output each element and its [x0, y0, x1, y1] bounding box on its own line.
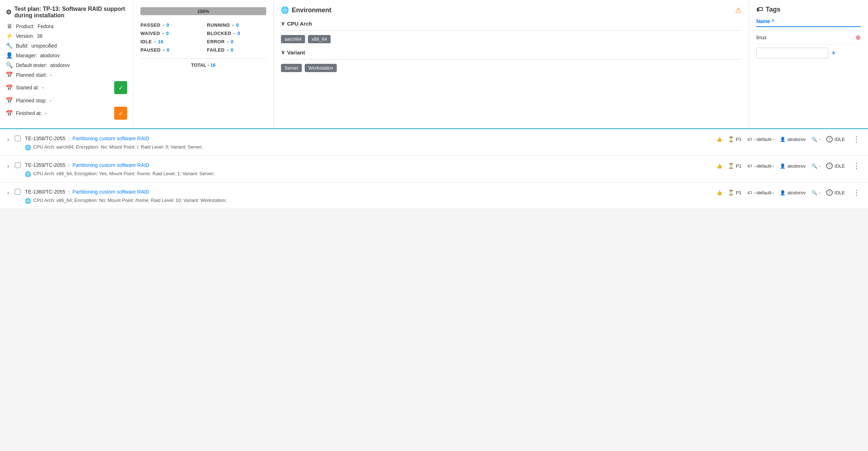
user-icon-2: 👤 [780, 163, 786, 169]
finished-at-value: - [45, 110, 46, 116]
warning-icon: ⚠ [735, 6, 742, 14]
started-at-value: - [42, 85, 44, 90]
list-item: › TE-1358/TC-2055 : Partitioning custom … [0, 129, 868, 156]
expand-button-1[interactable]: › [6, 135, 10, 144]
item-desc-1: 🌐 CPU Arch: aarch64; Encryption: No; Mou… [25, 144, 862, 150]
hourglass-icon-3: ⏳ [728, 190, 734, 195]
priority-1: ⏳ P1 [728, 136, 742, 142]
planned-start-value: - [50, 72, 52, 78]
total-stat: TOTAL - 16 [140, 58, 266, 68]
item-meta-3: 👍 ⏳ P1 🏷 --default-- 👤 atodorov 🔍 [716, 187, 862, 198]
error-stat: ERROR - 0 [207, 39, 267, 44]
started-at-label: Started at: [16, 85, 39, 90]
tester-label: Default tester: [16, 62, 47, 68]
hourglass-icon-1: ⏳ [728, 136, 734, 142]
priority-3: ⏳ P1 [728, 190, 742, 195]
status-icon-3: ? [826, 189, 833, 196]
cpu-arch-section[interactable]: ∨ CPU Arch [281, 20, 742, 27]
checkbox-1[interactable] [15, 136, 21, 141]
gear-icon: ⚙ [6, 8, 12, 16]
tag-add-button[interactable]: + [831, 48, 836, 58]
item-link-1[interactable]: Partitioning custom software RAID [72, 136, 149, 141]
thumbs-icon-2: 👍 [716, 163, 722, 169]
idle-stat: IDLE - 16 [140, 39, 200, 44]
tag-meta-icon-1: 🏷 [747, 137, 752, 142]
desc-icon-2: 🌐 [25, 171, 31, 177]
finished-at-check-button[interactable]: ✓ [114, 107, 127, 120]
status-3: ? IDLE [826, 189, 845, 196]
planned-stop-icon: 📅 [6, 97, 13, 104]
tag-meta-2: 🏷 --default-- [747, 163, 774, 169]
desc-icon-1: 🌐 [25, 145, 31, 150]
product-label: Product: [16, 23, 35, 29]
tag-add-input[interactable] [756, 48, 828, 58]
search-icon-3: 🔍 [811, 190, 817, 195]
status-2: ? IDLE [826, 163, 845, 169]
started-at-icon: 📅 [6, 84, 13, 91]
more-button-2[interactable]: ⋮ [851, 161, 862, 171]
search-3: 🔍 - [811, 190, 820, 195]
progress-bar-fill: 100% [140, 7, 266, 15]
item-link-2[interactable]: Partitioning custom software RAID [72, 162, 149, 168]
variant-section[interactable]: ∨ Variant [281, 49, 742, 56]
started-at-check-button[interactable]: ✓ [114, 81, 127, 94]
checkbox-2[interactable] [15, 162, 21, 168]
version-icon: ⚡ [6, 32, 13, 39]
waived-stat: WAIVED - 0 [140, 31, 200, 36]
build-icon: 🔧 [6, 42, 13, 49]
item-id-3: TE-1360/TC-2055 [25, 189, 65, 195]
checkbox-3[interactable] [15, 189, 21, 195]
item-desc-2: 🌐 CPU Arch: x86_64; Encryption: Yes; Mou… [25, 171, 862, 177]
tag-meta-1: 🏷 --default-- [747, 137, 774, 142]
tags-icon: 🏷 [756, 6, 763, 13]
search-2: 🔍 - [811, 163, 820, 169]
more-button-1[interactable]: ⋮ [851, 134, 862, 144]
planned-stop-label: Planned stop: [16, 98, 47, 103]
environment-title: 🌐 Environment [281, 6, 331, 14]
failed-stat: FAILED - 0 [207, 47, 267, 53]
assignee-1: 👤 atodorov [780, 137, 806, 142]
finished-at-label: Finished at: [16, 110, 42, 116]
more-button-3[interactable]: ⋮ [851, 187, 862, 198]
environment-icon: 🌐 [281, 6, 289, 14]
assignee-3: 👤 atodorov [780, 190, 806, 195]
tag-meta-icon-2: 🏷 [747, 163, 752, 169]
tags-title: 🏷 Tags [756, 6, 861, 13]
item-id-2: TE-1359/TC-2055 [25, 162, 65, 168]
product-value: Fedora [37, 23, 53, 29]
finished-at-icon: 📅 [6, 110, 13, 117]
cpu-arch-chip-x86_64: x86_64 [308, 35, 331, 43]
cpu-arch-chip-aarch64: aarch64 [281, 35, 305, 43]
tag-item-linux: linux ⊗ [756, 31, 861, 45]
list-item: › TE-1359/TC-2055 : Partitioning custom … [0, 156, 868, 182]
planned-start-icon: 📅 [6, 71, 13, 78]
expand-button-2[interactable]: › [6, 162, 10, 171]
paused-stat: PAUSED - 0 [140, 47, 200, 53]
version-label: Version: [16, 33, 34, 39]
search-icon-1: 🔍 [811, 137, 817, 142]
status-1: ? IDLE [826, 136, 845, 142]
variant-collapse-icon: ∨ [281, 49, 285, 56]
progress-bar-container: 100% [140, 7, 266, 15]
item-id-1: TE-1358/TC-2055 [25, 136, 65, 141]
passed-stat: PASSED - 0 [140, 22, 200, 28]
item-link-3[interactable]: Partitioning custom software RAID [72, 189, 149, 195]
expand-button-3[interactable]: › [6, 188, 10, 198]
manager-value: atodorov [40, 53, 59, 58]
tags-name-header[interactable]: Name ^ [756, 18, 861, 27]
search-icon-2: 🔍 [811, 163, 817, 169]
variant-chip-server: Server [281, 64, 302, 72]
product-icon: 🖥 [6, 23, 13, 30]
tag-delete-linux-button[interactable]: ⊗ [855, 34, 861, 41]
test-execution-list: › TE-1358/TC-2055 : Partitioning custom … [0, 129, 868, 209]
search-1: 🔍 - [811, 137, 820, 142]
tag-add-row: + [756, 48, 861, 58]
desc-icon-3: 🌐 [25, 198, 31, 204]
cpu-arch-collapse-icon: ∨ [281, 20, 285, 27]
user-icon-3: 👤 [780, 190, 786, 195]
build-label: Build: [16, 43, 28, 49]
item-desc-3: 🌐 CPU Arch: x86_64; Encryption: No; Moun… [25, 198, 862, 204]
priority-2: ⏳ P1 [728, 163, 742, 169]
planned-stop-value: - [50, 98, 52, 103]
tag-name-linux: linux [756, 35, 767, 40]
